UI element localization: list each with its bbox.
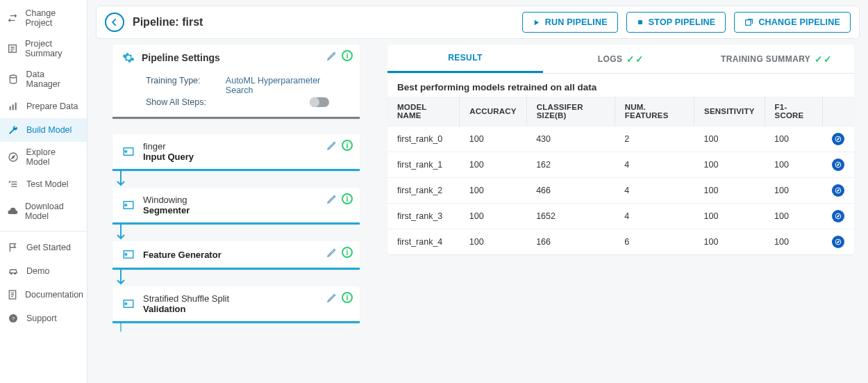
svg-rect-11: [638, 20, 642, 24]
page-header: Pipeline: first RUN PIPELINE STOP PIPELI…: [96, 6, 860, 39]
table-row: first_rank_11001624100100: [387, 152, 854, 178]
step-subtitle: Windowing: [143, 195, 190, 205]
sidebar-item-explore-model[interactable]: Explore Model: [0, 142, 87, 172]
sidebar: Change ProjectProject SummaryData Manage…: [0, 0, 87, 383]
swap-icon: [7, 12, 18, 24]
check-icon: ✓✓: [626, 54, 644, 65]
column-header[interactable]: CLASSIFER SIZE(B): [526, 97, 615, 127]
table-cell: 100: [694, 204, 765, 229]
gear-icon: [122, 51, 135, 64]
sidebar-item-label: Project Summary: [25, 39, 80, 58]
car-icon: [7, 265, 19, 277]
table-cell: first_rank_0: [387, 127, 460, 152]
edit-step-button[interactable]: [326, 140, 337, 151]
table-cell: 4: [615, 178, 694, 204]
sidebar-item-change-project[interactable]: Change Project: [0, 3, 87, 33]
sidebar-item-label: Demo: [26, 266, 49, 276]
run-pipeline-button[interactable]: RUN PIPELINE: [522, 12, 618, 33]
column-header[interactable]: ACCURACY: [460, 97, 526, 127]
sidebar-item-label: Data Manager: [26, 70, 80, 89]
compass-icon: [7, 151, 19, 163]
table-cell: 100: [694, 152, 765, 178]
column-header[interactable]: SENSITIVITY: [694, 97, 765, 127]
svg-point-7: [15, 272, 16, 274]
step-subtitle: finger: [143, 141, 194, 152]
step-title: Validation: [143, 304, 229, 314]
info-settings-button[interactable]: i: [342, 50, 353, 61]
column-header[interactable]: F1-SCORE: [765, 97, 822, 127]
bars-icon: [7, 100, 19, 113]
tab-logs[interactable]: LOGS✓✓: [543, 44, 699, 73]
sidebar-item-project-summary[interactable]: Project Summary: [0, 33, 87, 64]
table-cell: 100: [460, 152, 526, 178]
explore-model-button[interactable]: [832, 158, 844, 171]
help-icon: ?: [7, 312, 19, 325]
tab-training-summary[interactable]: TRAINING SUMMARY✓✓: [699, 44, 854, 73]
sidebar-item-build-model[interactable]: Build Model: [0, 118, 87, 142]
results-column: RESULT LOGS✓✓ TRAINING SUMMARY✓✓ Best pe…: [387, 44, 860, 377]
svg-rect-4: [15, 103, 17, 111]
table-row: first_rank_41001666100100: [387, 229, 854, 255]
info-step-button[interactable]: i: [342, 247, 353, 258]
table-cell: 2: [615, 127, 694, 152]
step-subtitle: Stratified Shuffle Split: [143, 293, 229, 304]
cloud-icon: [7, 205, 18, 218]
sidebar-item-documentation[interactable]: Documentation: [0, 283, 87, 307]
sidebar-item-label: Explore Model: [26, 147, 80, 167]
table-cell: 100: [460, 178, 526, 204]
sidebar-item-test-model[interactable]: Test Model: [0, 172, 87, 196]
table-cell: 166: [526, 229, 615, 255]
arrow-down-icon: [112, 170, 360, 189]
table-cell: 1652: [526, 204, 615, 229]
arrow-down-icon: [112, 322, 360, 334]
table-cell: first_rank_4: [387, 229, 460, 255]
stop-pipeline-button[interactable]: STOP PIPELINE: [626, 12, 726, 33]
explore-model-button[interactable]: [832, 236, 844, 248]
column-header[interactable]: NUM. FEATURES: [615, 97, 694, 127]
svg-rect-12: [746, 19, 751, 25]
column-header[interactable]: MODEL NAME: [387, 97, 460, 127]
sidebar-item-demo[interactable]: Demo: [0, 259, 87, 283]
back-button[interactable]: [105, 13, 124, 32]
sidebar-item-prepare-data[interactable]: Prepare Data: [0, 95, 87, 118]
change-pipeline-button[interactable]: CHANGE PIPELINE: [734, 12, 851, 33]
sidebar-item-label: Prepare Data: [26, 101, 78, 111]
edit-settings-button[interactable]: [326, 50, 337, 61]
table-cell: 4: [615, 152, 694, 178]
sidebar-item-download-model[interactable]: Download Model: [0, 196, 87, 227]
edit-step-button[interactable]: [326, 247, 337, 258]
svg-point-1: [10, 75, 16, 78]
sidebar-item-data-manager[interactable]: Data Manager: [0, 64, 87, 95]
explore-model-button[interactable]: [832, 184, 844, 197]
table-cell: first_rank_1: [387, 152, 460, 178]
sidebar-item-label: Build Model: [26, 125, 72, 135]
pipeline-settings-card: Pipeline Settings i Training Type:AutoML…: [112, 44, 360, 119]
table-cell: 6: [615, 229, 694, 255]
table-row: first_rank_310016524100100: [387, 204, 854, 229]
edit-step-button[interactable]: [326, 193, 337, 204]
settings-title: Pipeline Settings: [142, 52, 220, 63]
step-title: Feature Generator: [143, 250, 222, 260]
sidebar-item-label: Download Model: [25, 202, 80, 221]
change-icon: [744, 18, 753, 27]
step-icon: [122, 145, 135, 158]
sidebar-item-support[interactable]: ?Support: [0, 307, 87, 330]
main-area: Pipeline: first RUN PIPELINE STOP PIPELI…: [87, 0, 868, 383]
edit-step-button[interactable]: [326, 292, 337, 303]
page-title: Pipeline: first: [133, 16, 203, 28]
step-icon: [122, 298, 135, 310]
table-cell: 430: [526, 127, 615, 152]
explore-model-button[interactable]: [832, 133, 844, 145]
info-step-button[interactable]: i: [342, 193, 353, 204]
info-step-button[interactable]: i: [342, 292, 353, 303]
table-cell: 100: [765, 204, 822, 229]
sidebar-item-get-started[interactable]: Get Started: [0, 236, 87, 259]
wrench-icon: [7, 124, 19, 136]
training-type-value: AutoML Hyperparameter Search: [226, 76, 349, 95]
show-all-toggle[interactable]: [310, 97, 329, 107]
sidebar-item-label: Documentation: [25, 290, 83, 300]
info-step-button[interactable]: i: [342, 140, 353, 151]
table-cell: 100: [765, 152, 822, 178]
tab-result[interactable]: RESULT: [387, 44, 543, 73]
explore-model-button[interactable]: [832, 210, 844, 222]
